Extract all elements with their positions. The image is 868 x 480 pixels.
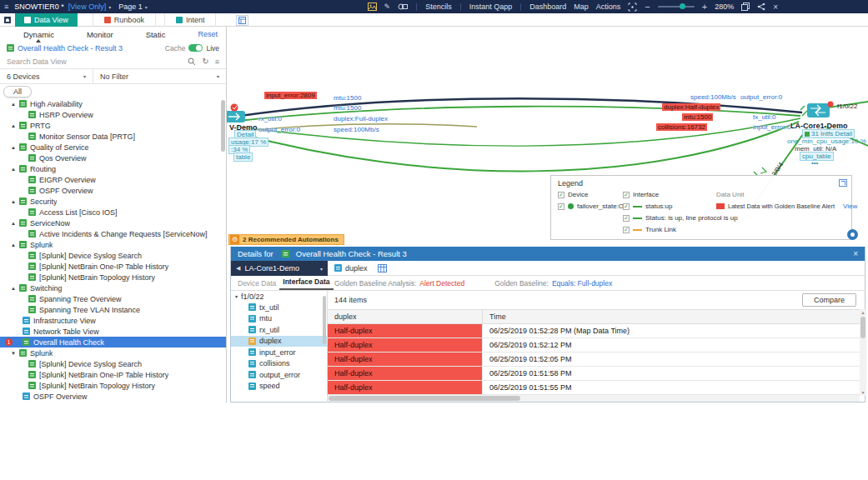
menu-stencils[interactable]: Stencils xyxy=(425,2,452,11)
table-row[interactable]: Half-duplex06/25/2019 01:52:28 PM (Map D… xyxy=(328,324,860,338)
device-checkbox[interactable]: ✓ xyxy=(558,192,564,198)
vertical-scrollbar[interactable]: ▲ ▼ xyxy=(860,309,866,396)
data-label-input-error-right[interactable]: input_error:0 xyxy=(753,123,790,131)
eye-button[interactable] xyxy=(847,229,858,240)
tree-item-splunk-netbrain-topology-history[interactable]: [Splunk] NetBrain Topology History xyxy=(0,272,226,282)
hamburger-menu-icon[interactable]: ≡ xyxy=(4,2,8,11)
expand-arrow-icon[interactable]: ▲ xyxy=(11,167,16,172)
chevron-left-icon[interactable]: ◀ xyxy=(236,265,240,272)
zoom-slider[interactable] xyxy=(658,6,695,8)
tab-runbook[interactable]: Runbook xyxy=(93,13,156,27)
column-tab-duplex[interactable]: duplex xyxy=(334,264,368,272)
tree-item-hsrp-overview[interactable]: HSRP Overview xyxy=(0,109,226,120)
tree-scrollbar[interactable] xyxy=(221,100,225,152)
expand-arrow-icon[interactable]: ▲ xyxy=(11,199,16,204)
tree-item-monitor-sensor-data-prtg[interactable]: Monitor Sensor Data [PRTG] xyxy=(0,131,226,142)
tree-item-switching[interactable]: ▲Switching xyxy=(0,282,226,293)
tree-item-network-table-view[interactable]: Network Table View xyxy=(0,326,226,337)
interface-item-rx_util[interactable]: rx_util xyxy=(231,324,327,336)
tree-item-prtg[interactable]: ▲PRTG xyxy=(0,120,226,131)
fit-screen-icon[interactable] xyxy=(628,2,637,12)
filter-dropdown[interactable]: No Filter ▾ xyxy=(93,69,226,83)
device-chip-table[interactable]: table xyxy=(233,152,253,162)
page-selector[interactable]: Page 1 xyxy=(118,2,143,11)
tree-item-ospf-overview[interactable]: OSPF Overview xyxy=(0,185,226,196)
data-label-duplex-full[interactable]: duplex:Full-duplex xyxy=(334,115,388,122)
device-selector[interactable]: ◀ LA-Core1-Demo ▾ xyxy=(231,261,328,276)
table-row[interactable]: Half-duplex06/25/2019 01:52:05 PM xyxy=(328,352,860,367)
expand-arrow-icon[interactable]: ▲ xyxy=(11,123,16,128)
tree-item-quality-of-service[interactable]: ▲Quality of Service xyxy=(0,142,226,152)
expand-arrow-icon[interactable]: ▲ xyxy=(11,242,16,248)
interface-group[interactable]: ▾ f1/0/22 xyxy=(231,291,327,302)
tree-item-access-list-cisco-ios[interactable]: Access List [Cisco IOS] xyxy=(0,207,226,218)
tree-item-spanning-tree-vlan-instance[interactable]: Spanning Tree VLAN Instance xyxy=(0,304,226,315)
expand-arrow-icon[interactable]: ▲ xyxy=(11,102,16,107)
menu-map[interactable]: Map xyxy=(574,2,589,11)
interface-tree-scrollbar[interactable] xyxy=(323,296,326,344)
zoom-in-button[interactable]: + xyxy=(702,2,707,11)
failover-checkbox[interactable]: ✓ xyxy=(558,203,564,210)
list-view-icon[interactable]: ≡ xyxy=(215,58,219,66)
menu-dashboard[interactable]: Dashboard xyxy=(529,2,566,11)
data-label-output-error-right[interactable]: output_error:0 xyxy=(740,93,782,101)
data-label-duplex-alert[interactable]: duplex:Half-duplex xyxy=(662,103,720,111)
expand-arrow-icon[interactable]: ▲ xyxy=(11,221,16,226)
tree-item-ospf-overview[interactable]: OSPF Overview xyxy=(0,391,226,402)
tab-data-view[interactable]: Data View xyxy=(15,13,78,27)
expand-arrow-icon[interactable]: ▼ xyxy=(11,351,16,356)
interface-item-input_error[interactable]: input_error xyxy=(231,347,327,358)
data-label-tx-util[interactable]: tx_util:0 xyxy=(753,113,776,121)
tab-device-data[interactable]: Device Data xyxy=(234,279,279,290)
more-data-label[interactable]: ••• xyxy=(811,159,818,167)
interface-item-output_error[interactable]: output_error xyxy=(231,369,327,381)
statusup-checkbox[interactable]: ✓ xyxy=(623,203,630,210)
tree-item-splunk[interactable]: ▲Splunk xyxy=(0,239,226,250)
data-label-mtu[interactable]: mtu:1500 xyxy=(334,94,361,102)
data-label-mtu-2[interactable]: mtu:1500 xyxy=(334,104,361,112)
data-label-collisions-alert[interactable]: collisions:16732 xyxy=(656,123,707,131)
tree-item-overall-health-check[interactable]: 1Overall Health Check xyxy=(0,337,226,348)
horizontal-scrollbar[interactable] xyxy=(328,395,860,402)
column-header-duplex[interactable]: duplex xyxy=(328,310,483,323)
search-icon[interactable] xyxy=(188,58,196,66)
column-header-time[interactable]: Time xyxy=(483,310,860,323)
view-link[interactable]: View xyxy=(843,202,857,210)
mode-tab-static[interactable]: Static xyxy=(146,30,166,39)
tree-item-servicenow[interactable]: ▲ServiceNow xyxy=(0,218,226,228)
table-row[interactable]: Half-duplex06/25/2019 01:51:55 PM xyxy=(328,381,860,395)
recommended-automations-bar[interactable]: ⚙ 2 Recommended Automations xyxy=(228,234,344,245)
cpu-usage-label[interactable]: one_min_cpu_usage:10 % xyxy=(787,138,866,145)
mode-tab-dynamic[interactable]: Dynamic xyxy=(23,30,54,39)
close-details-icon[interactable]: × xyxy=(853,249,858,258)
mode-tab-monitor[interactable]: Monitor xyxy=(87,30,113,39)
trunk-checkbox[interactable]: ✓ xyxy=(623,227,630,233)
network-map[interactable]: input_error:2809 mtu:1500 mtu:1500 rx_ut… xyxy=(227,27,868,247)
menu-actions[interactable]: Actions xyxy=(596,2,621,11)
gb-value[interactable]: Equals: Full-duplex xyxy=(552,279,612,288)
export-icon[interactable] xyxy=(741,2,750,11)
chevron-down-icon[interactable]: ▾ xyxy=(145,4,148,10)
scroll-up-icon[interactable]: ▲ xyxy=(861,309,865,316)
data-label-input-error-alert[interactable]: input_error:2809 xyxy=(264,92,317,99)
data-label-speed[interactable]: speed:100Mb/s xyxy=(334,126,379,133)
cache-live-toggle[interactable] xyxy=(188,44,203,52)
search-input[interactable]: Search Data View xyxy=(7,58,67,66)
scroll-thumb[interactable] xyxy=(329,396,520,401)
data-label-mtu-alert[interactable]: mtu:1500 xyxy=(682,113,713,121)
interface-item-tx_util[interactable]: tx_util xyxy=(231,302,327,313)
tree-item-splunk-device-syslog-search[interactable]: [Splunk] Device Syslog Search xyxy=(0,250,226,261)
menu-instant-qapp[interactable]: Instant Qapp xyxy=(469,2,513,11)
tree-item-splunk-netbrain-one-ip-table-history[interactable]: [Splunk] NetBrain One-IP Table History xyxy=(0,261,226,272)
data-label-output-error[interactable]: output_error:0 xyxy=(258,126,300,133)
tab-interface-data[interactable]: Interface Data xyxy=(279,278,333,290)
home-icon[interactable] xyxy=(0,13,15,27)
active-result-title[interactable]: Overall Health Check - Result 3 xyxy=(18,44,123,52)
tree-item-spanning-tree-overview[interactable]: Spanning Tree Overview xyxy=(0,293,226,304)
statusline-checkbox[interactable]: ✓ xyxy=(623,215,630,222)
refresh-icon[interactable]: ↻ xyxy=(202,57,208,66)
pencil-icon[interactable]: ✎ xyxy=(384,2,391,11)
data-label-rx-util[interactable]: rx_util:0 xyxy=(258,115,282,122)
map-layout-button[interactable] xyxy=(236,15,248,26)
interface-item-speed[interactable]: speed xyxy=(231,381,327,392)
